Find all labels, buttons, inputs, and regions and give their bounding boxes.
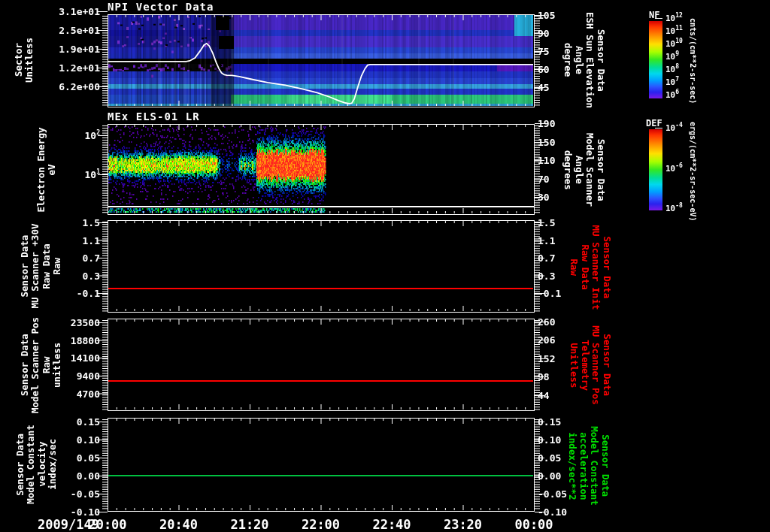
- y-tick-label-left-modelconst: -0.05: [53, 489, 100, 499]
- def-colorbar-units: ergs/(cm**2-sr-sec-eV): [689, 122, 697, 216]
- x-tick-label: 22:40: [358, 517, 426, 532]
- y-tick-label-right-mu30v: 1.1: [538, 235, 555, 245]
- y-tick-label-right-els: 190: [538, 119, 555, 128]
- nf-colorbar-label: NF: [649, 10, 659, 20]
- x-tick-label: 23:20: [429, 517, 497, 532]
- y-tick-label-right-npi: 105: [538, 11, 555, 20]
- y-tick-label-right-modelconst: -0.05: [538, 489, 567, 499]
- y-axis-title-right-modelconst: Sensor Data Model Constant acceleration …: [567, 426, 611, 505]
- y-tick-label-left-npi: 3.1e+01: [53, 7, 100, 17]
- panel-els-title: MEx ELS-01 LR: [108, 110, 200, 122]
- y-tick-label-left-npi: 6.2e+00: [53, 82, 100, 92]
- x-tick-label: 20:00: [74, 517, 141, 532]
- colorbar-tick-label-nf: 106: [665, 91, 679, 99]
- nf-colorbar: [649, 21, 662, 98]
- y-tick-label-left-modelconst: 0.00: [53, 471, 100, 481]
- colorbar-tick-label-nf: 108: [665, 65, 679, 74]
- y-tick-label-right-scanpos: 152: [538, 354, 555, 364]
- y-tick-label-left-npi: 1.9e+01: [53, 44, 100, 54]
- y-tick-label-left-modelconst: 0.15: [53, 417, 100, 427]
- colorbar-tick-label-def: 10-8: [665, 204, 683, 213]
- y-axis-title-right-scanpos: Sensor Data MU Scanner Pos Telemetry Uni…: [568, 325, 612, 404]
- y-tick-label-right-npi: 60: [538, 65, 550, 74]
- y-tick-label-right-els: 110: [538, 156, 555, 165]
- panel-els-plot-area: [108, 124, 535, 215]
- panel-scanpos-plot-area: [108, 319, 535, 411]
- colorbar-tick-label-nf: 1010: [665, 40, 683, 48]
- y-tick-label-right-mu30v: 1.5: [538, 218, 555, 228]
- panel-mu30v-plot-area: [108, 220, 535, 313]
- y-tick-label-left-modelconst: 0.05: [53, 453, 100, 463]
- colorbar-tick-label-def: 10-6: [665, 165, 683, 173]
- y-axis-title-right-mu30v: Sensor Data MU Scanner Init Raw Data Raw: [568, 225, 612, 310]
- def-colorbar-label: DEF: [646, 118, 662, 128]
- y-axis-title-right-npi: Sensor Data ESH Sun Elevation Angle degr…: [562, 12, 606, 108]
- def-colorbar: [649, 129, 662, 210]
- y-tick-label-right-mu30v: 0.7: [538, 253, 555, 263]
- nf-colorbar-units: cnts/(cm**2-sr-sec): [689, 18, 697, 105]
- y-tick-label-right-modelconst: 0.15: [538, 417, 561, 427]
- y-tick-label-left-modelconst: 0.10: [53, 435, 100, 445]
- y-tick-label-right-scanpos: 260: [538, 317, 555, 327]
- y-tick-label-right-npi: 45: [538, 83, 550, 92]
- x-tick-label: 22:00: [287, 517, 355, 532]
- y-tick-label-right-modelconst: 0.05: [538, 453, 561, 463]
- y-tick-label-right-modelconst: 0.00: [538, 471, 561, 481]
- panel-npi-plot-area: [108, 14, 535, 107]
- x-tick-label: 20:40: [145, 517, 213, 532]
- panel-npi-title: NPI Vector Data: [108, 1, 214, 13]
- x-tick-label: 00:00: [500, 517, 568, 532]
- y-tick-label-right-els: 150: [538, 138, 555, 147]
- y-tick-label-right-mu30v: 0.3: [538, 271, 555, 280]
- y-tick-label-right-modelconst: 0.10: [538, 435, 561, 445]
- y-tick-label-right-mu30v: -0.1: [538, 289, 561, 298]
- y-axis-title-left-mu30v: Sensor Data MU Scanner +30V Raw Data Raw: [20, 224, 63, 309]
- y-axis-title-left-modelconst: Sensor Data Model Constant velocity inde…: [15, 425, 59, 503]
- y-tick-label-right-npi: 75: [538, 47, 550, 56]
- plot-page: NPI Vector Data MEx ELS-01 LR NF DEF cnt…: [0, 0, 770, 532]
- y-tick-label-left-els: 101: [53, 170, 100, 180]
- y-axis-title-left-els: Electron Energy eV: [36, 128, 58, 213]
- y-tick-label-right-scanpos: 98: [538, 372, 550, 382]
- y-tick-label-left-npi: 1.2e+01: [53, 63, 100, 73]
- y-tick-label-right-scanpos: 206: [538, 335, 555, 345]
- colorbar-tick-label-nf: 107: [665, 78, 679, 86]
- y-axis-title-left-npi: Sector Unitless: [14, 38, 35, 83]
- y-tick-label-right-els: 70: [538, 174, 550, 184]
- y-tick-label-right-npi: 90: [538, 29, 550, 38]
- colorbar-tick-label-def: 10-4: [665, 124, 683, 132]
- y-tick-label-left-els: 102: [53, 131, 100, 141]
- y-tick-label-left-npi: 2.5e+01: [53, 26, 100, 35]
- y-axis-title-right-els: Sensor Data Model Scanner Angle degrees: [562, 133, 606, 207]
- colorbar-tick-label-nf: 109: [665, 53, 679, 61]
- colorbar-tick-label-nf: 1011: [665, 27, 683, 35]
- x-tick-label: 21:20: [216, 517, 283, 532]
- colorbar-tick-label-nf: 1012: [665, 14, 683, 23]
- y-tick-label-right-els: 30: [538, 192, 550, 202]
- y-tick-label-right-scanpos: 44: [538, 391, 550, 401]
- y-tick-label-left-modelconst: -0.10: [53, 507, 100, 517]
- panel-modelconst-plot-area: [108, 418, 535, 512]
- y-axis-title-left-scanpos: Sensor Data Model Scanner Pos Raw unitle…: [20, 317, 63, 413]
- y-tick-label-right-modelconst: -0.10: [538, 507, 567, 517]
